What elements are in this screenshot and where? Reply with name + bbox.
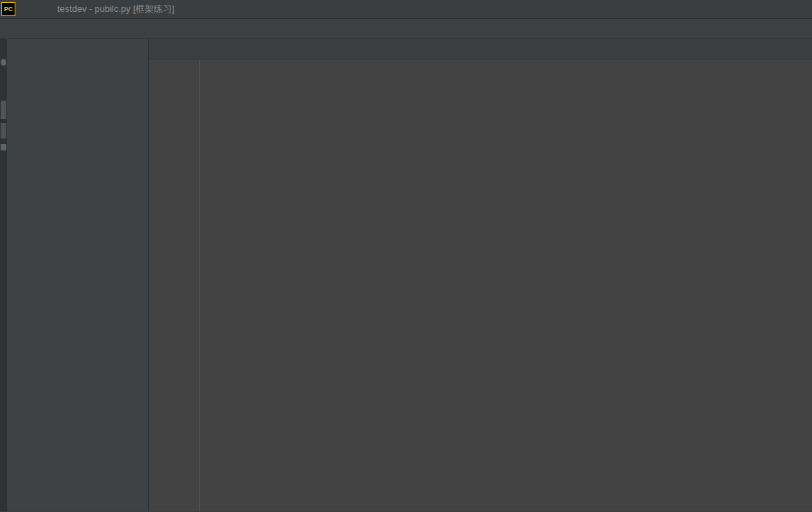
pycharm-logo-icon: PC xyxy=(1,2,15,16)
project-panel xyxy=(7,39,149,511)
editor-area xyxy=(149,39,812,511)
window-title: testdev - pubilc.py [框架练习] xyxy=(57,3,175,15)
project-toolbar xyxy=(7,39,148,60)
title-bar: PC testdev - pubilc.py [框架练习] xyxy=(0,0,812,19)
editor-tab-bar xyxy=(149,39,812,59)
code-editor[interactable] xyxy=(149,59,812,511)
project-tree xyxy=(7,60,148,511)
tool-window-bar[interactable] xyxy=(0,39,7,511)
breadcrumb xyxy=(0,19,812,39)
